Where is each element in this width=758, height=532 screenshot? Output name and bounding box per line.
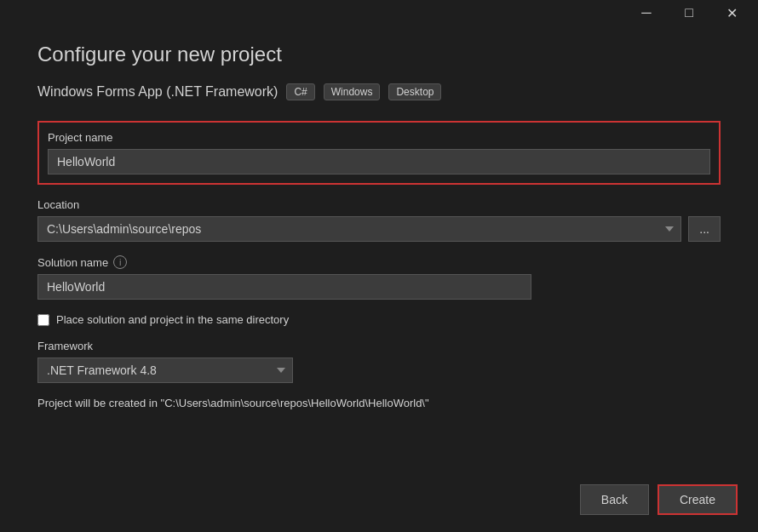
dialog-title: Configure your new project [37, 43, 721, 66]
title-bar: ─ □ ✕ [0, 0, 758, 26]
project-type-row: Windows Forms App (.NET Framework) C# Wi… [37, 83, 721, 100]
project-type-name: Windows Forms App (.NET Framework) [37, 84, 278, 100]
browse-button[interactable]: ... [688, 216, 721, 242]
same-directory-row: Place solution and project in the same d… [37, 313, 721, 326]
project-name-input[interactable] [48, 149, 710, 174]
tag-desktop: Desktop [388, 83, 441, 100]
maximize-button[interactable]: □ [669, 0, 709, 26]
configure-project-dialog: Configure your new project Windows Forms… [17, 26, 741, 430]
location-row: C:\Users\admin\source\repos ... [37, 216, 721, 242]
solution-name-input[interactable] [37, 274, 531, 300]
same-directory-label[interactable]: Place solution and project in the same d… [56, 313, 289, 326]
location-dropdown[interactable]: C:\Users\admin\source\repos [37, 216, 681, 242]
create-button[interactable]: Create [658, 484, 738, 515]
framework-label: Framework [37, 340, 721, 352]
project-path-info: Project will be created in "C:\Users\adm… [37, 397, 721, 409]
solution-name-section: Solution name i [37, 255, 721, 300]
project-name-label: Project name [48, 131, 710, 144]
solution-name-label-text: Solution name [37, 256, 108, 269]
location-label: Location [37, 198, 721, 211]
solution-name-info-icon[interactable]: i [113, 255, 127, 269]
back-button[interactable]: Back [580, 484, 649, 515]
minimize-button[interactable]: ─ [627, 0, 666, 26]
framework-dropdown-wrap: .NET Framework 4.8 .NET Framework 4.7.2 … [37, 358, 293, 383]
solution-name-label: Solution name i [37, 255, 721, 269]
footer-buttons: Back Create [580, 484, 738, 515]
framework-section: Framework .NET Framework 4.8 .NET Framew… [37, 340, 721, 383]
framework-dropdown[interactable]: .NET Framework 4.8 .NET Framework 4.7.2 … [37, 358, 293, 383]
tag-csharp: C# [286, 83, 314, 100]
close-button[interactable]: ✕ [712, 0, 751, 26]
same-directory-checkbox[interactable] [37, 314, 49, 326]
project-name-section: Project name [37, 121, 721, 185]
tag-windows: Windows [324, 83, 381, 100]
location-section: Location C:\Users\admin\source\repos ... [37, 198, 721, 242]
